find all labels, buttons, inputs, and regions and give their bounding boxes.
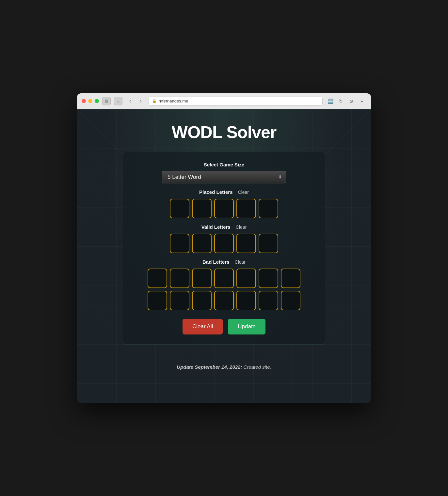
address-bar[interactable]: 🔒 mfernandes.me [149, 97, 323, 106]
game-size-select-wrapper: 4 Letter Word 5 Letter Word 6 Letter Wor… [162, 171, 286, 183]
placed-letters-section: Placed Letters Clear [136, 189, 312, 218]
placed-letter-2[interactable] [192, 199, 212, 218]
bad-letters-clear-button[interactable]: Clear [235, 259, 246, 265]
bad-letter-7[interactable] [281, 269, 300, 288]
valid-letter-2[interactable] [192, 234, 212, 253]
back-button[interactable]: ‹ [126, 97, 135, 105]
action-buttons: Clear All Update [183, 319, 265, 334]
browser-window: ▤ ⌄ ‹ › 🔒 mfernandes.me 🔤 ↻ ⊙ » [77, 93, 371, 403]
maximize-button[interactable] [95, 99, 99, 103]
bad-letter-4[interactable] [214, 269, 234, 288]
placed-letters-label: Placed Letters [199, 189, 233, 195]
bad-letters-section: Bad Letters Clear [136, 259, 312, 310]
chevron-right-icon: » [360, 99, 363, 104]
bad-letters-inputs [148, 269, 300, 310]
bad-letter-12[interactable] [236, 291, 256, 310]
game-panel: Select Game Size 4 Letter Word 5 Letter … [123, 152, 325, 345]
page-content: WODL Solver Select Game Size 4 Letter Wo… [77, 109, 371, 403]
sidebar-icon: ▤ [104, 99, 108, 103]
valid-letter-5[interactable] [259, 234, 278, 253]
close-button[interactable] [82, 99, 86, 103]
lock-icon: 🔒 [152, 99, 157, 103]
refresh-icon: ↻ [339, 99, 343, 104]
sidebar-toggle-button[interactable]: ▤ [102, 97, 111, 105]
bad-letter-8[interactable] [148, 291, 167, 310]
chevron-down-icon: ⌄ [117, 99, 120, 103]
valid-letters-label: Valid Letters [201, 224, 231, 230]
valid-letter-4[interactable] [236, 234, 256, 253]
nav-buttons: ‹ › [126, 97, 145, 105]
minimize-button[interactable] [88, 99, 92, 103]
game-size-select[interactable]: 4 Letter Word 5 Letter Word 6 Letter Wor… [162, 171, 286, 183]
valid-letters-clear-button[interactable]: Clear [236, 225, 247, 230]
valid-letter-1[interactable] [170, 234, 189, 253]
traffic-lights [82, 99, 99, 103]
bad-letter-13[interactable] [259, 291, 278, 310]
footer-text: Update September 14, 2022: Created site. [177, 364, 271, 370]
bad-letter-6[interactable] [259, 269, 278, 288]
translate-button[interactable]: 🔤 [326, 97, 335, 105]
valid-letters-header: Valid Letters Clear [201, 224, 247, 230]
game-size-label: Select Game Size [204, 162, 244, 167]
page-title: WODL Solver [172, 122, 276, 142]
placed-letter-4[interactable] [236, 199, 256, 218]
bad-letter-10[interactable] [192, 291, 212, 310]
placed-letters-inputs [170, 199, 278, 218]
clear-all-button[interactable]: Clear All [183, 319, 223, 334]
url-text: mfernandes.me [159, 99, 188, 103]
bad-letter-5[interactable] [236, 269, 256, 288]
valid-letters-inputs [170, 234, 278, 253]
game-size-section: Select Game Size 4 Letter Word 5 Letter … [136, 162, 312, 183]
update-button[interactable]: Update [228, 319, 265, 334]
refresh-button[interactable]: ↻ [336, 97, 345, 105]
placed-letters-clear-button[interactable]: Clear [238, 190, 249, 195]
valid-letter-3[interactable] [214, 234, 234, 253]
bad-letter-11[interactable] [214, 291, 234, 310]
bad-letter-1[interactable] [148, 269, 167, 288]
extensions-button[interactable]: » [357, 97, 366, 105]
browser-chrome: ▤ ⌄ ‹ › 🔒 mfernandes.me 🔤 ↻ ⊙ » [77, 93, 371, 109]
bad-letters-header: Bad Letters Clear [202, 259, 246, 265]
bad-letter-2[interactable] [170, 269, 189, 288]
forward-button[interactable]: › [136, 97, 145, 105]
translate-icon: 🔤 [328, 99, 333, 104]
page-inner: WODL Solver Select Game Size 4 Letter Wo… [77, 109, 371, 403]
download-icon: ⊙ [349, 99, 353, 104]
placed-letter-1[interactable] [170, 199, 189, 218]
tab-overview-button[interactable]: ⌄ [114, 97, 122, 105]
bad-letters-label: Bad Letters [202, 259, 230, 265]
bad-letter-9[interactable] [170, 291, 189, 310]
download-button[interactable]: ⊙ [347, 97, 356, 105]
bad-letter-14[interactable] [281, 291, 300, 310]
footer-bold: Update September 14, 2022: [177, 364, 242, 370]
placed-letters-header: Placed Letters Clear [199, 189, 249, 195]
placed-letter-3[interactable] [214, 199, 234, 218]
bad-letter-3[interactable] [192, 269, 212, 288]
footer-content: Created site. [244, 364, 271, 370]
valid-letters-section: Valid Letters Clear [136, 224, 312, 253]
placed-letter-5[interactable] [259, 199, 278, 218]
browser-actions: 🔤 ↻ ⊙ » [326, 97, 366, 105]
